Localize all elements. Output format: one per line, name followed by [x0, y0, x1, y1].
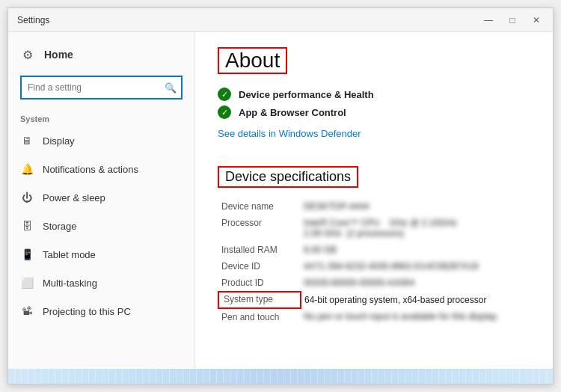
power-icon: ⏻ — [20, 191, 34, 204]
table-row: Processor Intel® Core™ CPU GHz @ 2.10GHz… — [218, 215, 530, 242]
spec-value-ram: 8.00 GB — [301, 242, 530, 258]
multitasking-icon: ⬜ — [20, 276, 34, 290]
display-icon: 🖥 — [20, 134, 34, 147]
spec-label-pen-touch: Pen and touch — [218, 308, 301, 325]
spec-value-device-id: 4A71-394-6232-4030-8962-D14C08287A19 — [301, 258, 530, 275]
check-icon-1: ✓ — [218, 88, 231, 101]
projecting-icon: 📽 — [20, 304, 34, 318]
sidebar-item-display-label: Display — [43, 135, 75, 147]
spec-value-device-name: DESKTOP-#### — [301, 198, 530, 215]
spec-label-ram: Installed RAM — [218, 242, 301, 258]
table-row: Device ID 4A71-394-6232-4030-8962-D14C08… — [218, 258, 530, 275]
search-input[interactable] — [22, 82, 160, 93]
home-icon: ⚙ — [20, 47, 35, 62]
spec-value-pen-touch: No pen or touch input is available for t… — [301, 308, 530, 325]
device-specs-title: Device specifications — [218, 166, 358, 188]
sidebar-item-multitasking-label: Multi-tasking — [43, 278, 97, 289]
storage-icon: 🗄 — [20, 219, 34, 233]
security-item-2: ✓ App & Browser Control — [218, 105, 530, 119]
table-row-system-type: System type 64-bit operating system, x64… — [218, 292, 530, 308]
window-controls: — □ ✕ — [478, 12, 547, 28]
sidebar-home[interactable]: ⚙ Home — [8, 40, 194, 70]
page-title: About — [218, 47, 287, 74]
table-row: Installed RAM 8.00 GB — [218, 242, 530, 258]
security-items: ✓ Device performance & Health ✓ App & Br… — [218, 88, 530, 119]
spec-label-device-name: Device name — [218, 198, 301, 215]
table-row: Device name DESKTOP-#### — [218, 198, 530, 215]
window-title: Settings — [17, 15, 49, 25]
settings-window: Settings — □ ✕ ⚙ Home 🔍 System 🖥 Display — [7, 7, 554, 385]
security-item-1: ✓ Device performance & Health — [218, 88, 530, 101]
wavy-bottom-decoration — [8, 369, 553, 384]
spec-label-product-id: Product ID — [218, 275, 301, 292]
sidebar-item-multitasking[interactable]: ⬜ Multi-tasking — [8, 269, 194, 297]
sidebar-item-tablet-label: Tablet mode — [43, 249, 96, 260]
search-icon: 🔍 — [160, 82, 181, 94]
spec-value-system-type: 64-bit operating system, x64-based proce… — [301, 292, 530, 308]
defender-link[interactable]: See details in Windows Defender — [218, 128, 530, 139]
sidebar-item-display[interactable]: 🖥 Display — [8, 126, 194, 155]
minimize-button[interactable]: — — [478, 12, 499, 28]
sidebar-home-label: Home — [44, 49, 73, 61]
main-content: About ✓ Device performance & Health ✓ Ap… — [195, 32, 553, 369]
security-label-1: Device performance & Health — [239, 89, 374, 100]
sidebar: ⚙ Home 🔍 System 🖥 Display 🔔 Notification… — [8, 32, 195, 369]
section-divider — [218, 154, 530, 166]
sidebar-item-tablet[interactable]: 📱 Tablet mode — [8, 240, 194, 269]
sidebar-item-projecting-label: Projecting to this PC — [43, 306, 131, 317]
spec-value-processor: Intel® Core™ CPU GHz @ 2.10GHz2.09 GHz (… — [301, 215, 530, 242]
sidebar-item-power[interactable]: ⏻ Power & sleep — [8, 183, 194, 212]
specs-table: Device name DESKTOP-#### Processor Intel… — [218, 198, 530, 325]
check-icon-2: ✓ — [218, 105, 231, 119]
sidebar-section-label: System — [8, 105, 194, 126]
spec-value-product-id: 00330-80000-00000-AA064 — [301, 275, 530, 292]
table-row: Product ID 00330-80000-00000-AA064 — [218, 275, 530, 292]
sidebar-item-notifications-label: Notifications & actions — [43, 164, 138, 175]
spec-label-device-id: Device ID — [218, 258, 301, 275]
maximize-button[interactable]: □ — [502, 12, 523, 28]
sidebar-item-notifications[interactable]: 🔔 Notifications & actions — [8, 155, 194, 183]
spec-label-system-type: System type — [218, 292, 301, 308]
sidebar-item-storage[interactable]: 🗄 Storage — [8, 212, 194, 240]
sidebar-item-storage-label: Storage — [43, 221, 77, 232]
tablet-icon: 📱 — [20, 248, 34, 261]
close-button[interactable]: ✕ — [526, 12, 547, 28]
notifications-icon: 🔔 — [20, 162, 34, 176]
sidebar-item-power-label: Power & sleep — [43, 192, 105, 203]
title-bar: Settings — □ ✕ — [8, 8, 553, 32]
spec-label-processor: Processor — [218, 215, 301, 242]
security-label-2: App & Browser Control — [239, 107, 346, 118]
content-area: ⚙ Home 🔍 System 🖥 Display 🔔 Notification… — [8, 32, 553, 369]
table-row: Pen and touch No pen or touch input is a… — [218, 308, 530, 325]
sidebar-item-projecting[interactable]: 📽 Projecting to this PC — [8, 297, 194, 325]
search-box[interactable]: 🔍 — [20, 76, 183, 99]
